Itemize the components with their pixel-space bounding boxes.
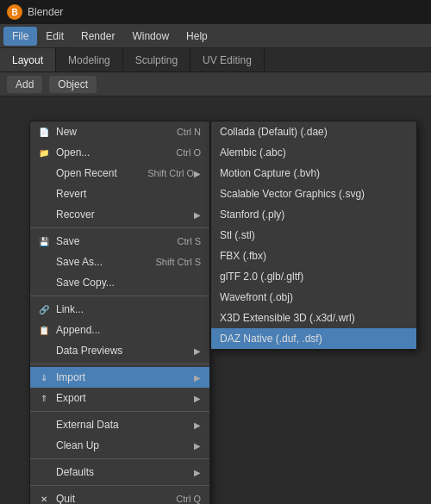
import-collada[interactable]: Collada (Default) (.dae) xyxy=(211,121,416,142)
import-motion-capture[interactable]: Motion Capture (.bvh) xyxy=(211,163,416,184)
data-previews-icon xyxy=(37,344,51,358)
append-icon: 📋 xyxy=(37,323,51,337)
defaults-arrow-icon: ▶ xyxy=(194,468,201,477)
separator-3 xyxy=(30,364,209,364)
recover-icon xyxy=(37,208,51,221)
menu-window[interactable]: Window xyxy=(123,27,178,46)
save-icon: 💾 xyxy=(37,234,51,248)
import-svg[interactable]: Scalable Vector Graphics (.svg) xyxy=(211,184,416,204)
import-x3d[interactable]: X3D Extensible 3D (.x3d/.wrl) xyxy=(211,308,416,328)
revert-icon xyxy=(37,187,51,201)
menu-edit[interactable]: Edit xyxy=(37,27,72,46)
import-arrow-icon: ▶ xyxy=(194,373,201,383)
import-stl[interactable]: Stl (.stl) xyxy=(211,225,416,246)
import-stanford[interactable]: Stanford (.ply) xyxy=(211,204,416,225)
file-menu-recover[interactable]: Recover ▶ xyxy=(30,204,209,225)
file-menu-import[interactable]: ⇓ Import ▶ xyxy=(30,367,209,388)
import-gltf[interactable]: glTF 2.0 (.glb/.gltf) xyxy=(211,266,416,287)
file-dropdown: 📄 New Ctrl N 📁 Open... Ctrl O Open Recen… xyxy=(29,121,210,504)
add-button[interactable]: Add xyxy=(7,76,42,93)
export-arrow-icon: ▶ xyxy=(194,394,201,403)
import-submenu: Collada (Default) (.dae) Alembic (.abc) … xyxy=(210,121,417,350)
open-icon: 📁 xyxy=(37,146,51,159)
tab-modeling[interactable]: Modeling xyxy=(56,48,123,72)
defaults-icon xyxy=(37,465,51,479)
tab-bar: Layout Modeling Sculpting UV Editing xyxy=(0,48,431,72)
file-menu-open-recent[interactable]: Open Recent Shift Ctrl O ▶ xyxy=(30,163,209,184)
menu-bar: File Edit Render Window Help xyxy=(0,24,431,48)
title-bar: B Blender xyxy=(0,0,431,24)
separator-4 xyxy=(30,411,209,412)
object-button[interactable]: Object xyxy=(49,76,97,93)
separator-1 xyxy=(30,227,209,228)
file-menu-external-data[interactable]: External Data ▶ xyxy=(30,414,209,435)
menu-render[interactable]: Render xyxy=(72,27,123,46)
import-fbx[interactable]: FBX (.fbx) xyxy=(211,246,416,266)
data-previews-arrow-icon: ▶ xyxy=(194,346,201,356)
import-alembic[interactable]: Alembic (.abc) xyxy=(211,142,416,163)
file-menu-clean-up[interactable]: Clean Up ▶ xyxy=(30,435,209,456)
file-menu-new[interactable]: 📄 New Ctrl N xyxy=(30,121,209,142)
tab-layout[interactable]: Layout xyxy=(0,48,56,72)
separator-5 xyxy=(30,458,209,459)
separator-2 xyxy=(30,296,209,296)
export-icon: ⇑ xyxy=(37,391,51,405)
file-menu-revert[interactable]: Revert xyxy=(30,184,209,204)
clean-up-icon xyxy=(37,439,51,452)
clean-up-arrow-icon: ▶ xyxy=(194,441,201,451)
recover-arrow-icon: ▶ xyxy=(194,210,201,220)
save-copy-icon xyxy=(37,276,51,289)
file-menu-save-as[interactable]: Save As... Shift Ctrl S xyxy=(30,252,209,272)
separator-6 xyxy=(30,485,209,486)
file-menu-export[interactable]: ⇑ Export ▶ xyxy=(30,388,209,408)
recent-icon xyxy=(37,166,51,180)
title-text: Blender xyxy=(28,6,63,18)
link-icon: 🔗 xyxy=(37,302,51,316)
file-menu-data-previews[interactable]: Data Previews ▶ xyxy=(30,340,209,361)
file-menu-defaults[interactable]: Defaults ▶ xyxy=(30,462,209,482)
blender-logo: B xyxy=(7,4,22,20)
file-menu-link[interactable]: 🔗 Link... xyxy=(30,299,209,320)
tab-uv-editing[interactable]: UV Editing xyxy=(191,48,265,72)
menu-help[interactable]: Help xyxy=(178,27,216,46)
file-menu-save-copy[interactable]: Save Copy... xyxy=(30,272,209,293)
external-data-arrow-icon: ▶ xyxy=(194,420,201,430)
main-area: Add Object 📄 New Ctrl N 📁 Open... Ctrl O… xyxy=(0,72,431,504)
new-file-icon: 📄 xyxy=(37,125,51,139)
menu-file[interactable]: File xyxy=(3,27,37,46)
import-daz-native[interactable]: DAZ Native (.duf, .dsf) xyxy=(211,328,416,349)
file-menu-quit[interactable]: ✕ Quit Ctrl Q xyxy=(30,488,209,504)
file-menu-save[interactable]: 💾 Save Ctrl S xyxy=(30,231,209,252)
file-menu-append[interactable]: 📋 Append... xyxy=(30,320,209,340)
quit-icon: ✕ xyxy=(37,492,51,504)
external-data-icon xyxy=(37,418,51,432)
save-as-icon xyxy=(37,255,51,269)
file-menu-open[interactable]: 📁 Open... Ctrl O xyxy=(30,142,209,163)
dropdown-overlay: 📄 New Ctrl N 📁 Open... Ctrl O Open Recen… xyxy=(0,72,431,504)
import-wavefront[interactable]: Wavefront (.obj) xyxy=(211,287,416,308)
sub-bar: Add Object xyxy=(0,72,431,96)
import-icon: ⇓ xyxy=(37,370,51,384)
arrow-icon: ▶ xyxy=(194,169,201,178)
tab-sculpting[interactable]: Sculpting xyxy=(123,48,191,72)
